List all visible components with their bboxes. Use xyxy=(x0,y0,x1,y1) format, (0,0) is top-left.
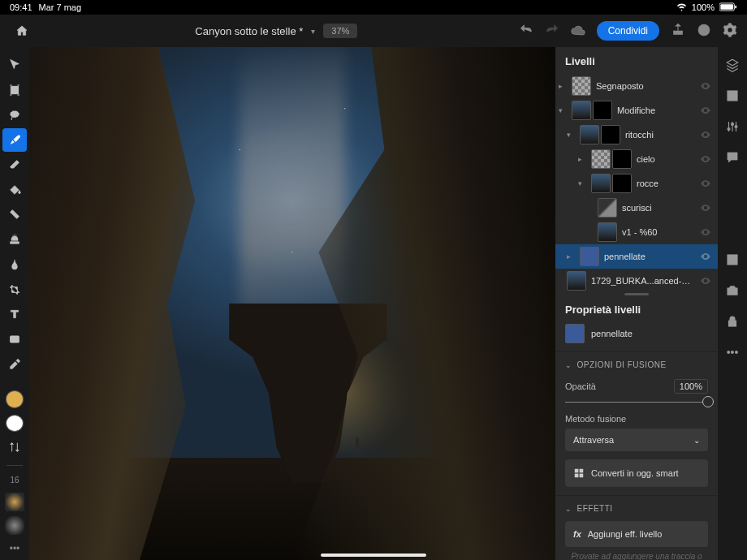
chevron-down-icon[interactable]: ▾ xyxy=(578,179,586,187)
crop-tool[interactable] xyxy=(2,278,27,301)
visibility-icon[interactable] xyxy=(700,251,711,262)
layer-thumb[interactable] xyxy=(591,174,611,193)
opacity-slider[interactable] xyxy=(565,402,708,403)
document-title[interactable]: Canyon sotto le stelle * xyxy=(195,25,303,37)
properties-title: Proprietà livelli xyxy=(565,304,708,316)
add-effect-button[interactable]: fx Aggiungi eff. livello xyxy=(565,521,708,547)
layer-name: v1 - %60 xyxy=(622,227,695,237)
layers-panel-title: Livelli xyxy=(555,47,718,74)
clone-tool[interactable] xyxy=(2,228,27,252)
layer-mask-thumb[interactable] xyxy=(612,149,632,169)
svg-rect-10 xyxy=(580,474,584,478)
brush-tool[interactable] xyxy=(2,128,27,152)
mask-icon[interactable] xyxy=(724,88,741,104)
chevron-right-icon[interactable]: ▸ xyxy=(578,155,586,163)
eraser-tool[interactable] xyxy=(2,153,27,177)
smudge-tool[interactable] xyxy=(2,253,27,277)
more-tools-icon[interactable]: ••• xyxy=(2,536,27,560)
layer-row[interactable]: ▾ Modifiche xyxy=(555,98,718,123)
layer-row[interactable]: ▸ Segnaposto xyxy=(555,74,718,98)
blend-mode-dropdown[interactable]: Attraversa ⌄ xyxy=(565,429,708,451)
layer-mask-thumb[interactable] xyxy=(601,125,620,144)
layer-row[interactable]: ▸ pennellate xyxy=(555,244,718,269)
redo-button[interactable] xyxy=(545,23,559,40)
layer-name: scurisci xyxy=(622,203,695,213)
layer-name: Modifiche xyxy=(617,106,695,115)
brush-preview-1[interactable] xyxy=(5,493,24,511)
layer-thumb[interactable] xyxy=(580,247,599,266)
cloud-icon[interactable] xyxy=(571,23,585,40)
chevron-down-icon[interactable]: ▾ xyxy=(559,106,567,114)
canvas[interactable] xyxy=(29,47,555,560)
foreground-color[interactable] xyxy=(6,390,24,407)
layer-row[interactable]: ▸ cielo xyxy=(555,147,718,171)
properties-layer-thumb[interactable] xyxy=(565,324,585,343)
more-icon[interactable]: ••• xyxy=(724,344,741,360)
comments-icon[interactable] xyxy=(724,149,741,166)
layer-thumb[interactable] xyxy=(598,222,617,242)
help-icon[interactable] xyxy=(697,23,711,40)
settings-icon[interactable] xyxy=(723,23,737,40)
layer-row[interactable]: ▾ ritocchi xyxy=(555,123,718,147)
layer-row[interactable]: v1 - %60 xyxy=(555,220,718,244)
undo-button[interactable] xyxy=(519,23,533,40)
layer-mask-thumb[interactable] xyxy=(593,101,612,120)
heal-tool[interactable] xyxy=(2,203,27,226)
title-chevron-icon[interactable]: ▾ xyxy=(311,27,315,36)
home-button[interactable] xyxy=(10,19,34,43)
layer-thumb[interactable] xyxy=(572,76,591,96)
blending-section-label: OPZIONI DI FUSIONE xyxy=(577,360,667,369)
convert-smart-button[interactable]: Converti in ogg. smart xyxy=(565,459,708,487)
lasso-tool[interactable] xyxy=(2,103,27,127)
text-tool[interactable] xyxy=(2,303,27,326)
visibility-icon[interactable] xyxy=(700,178,711,189)
visibility-icon[interactable] xyxy=(700,153,711,165)
chevron-down-icon: ⌄ xyxy=(565,505,572,513)
layer-name: ritocchi xyxy=(625,130,695,140)
blend-mode-value: Attraversa xyxy=(573,435,614,445)
layer-thumb[interactable] xyxy=(591,149,611,169)
layer-row[interactable]: 1729_BURKA...anced-NR33 xyxy=(555,269,718,293)
slider-thumb[interactable] xyxy=(702,396,714,407)
visibility-icon[interactable] xyxy=(700,226,711,238)
blending-section-header[interactable]: ⌄ OPZIONI DI FUSIONE xyxy=(565,360,708,369)
layer-thumb[interactable] xyxy=(580,125,599,144)
transform-tool[interactable] xyxy=(2,79,27,102)
chevron-down-icon[interactable]: ▾ xyxy=(567,131,575,139)
lock-icon[interactable] xyxy=(724,313,741,330)
effects-hint: Provate ad aggiungere una traccia o xyxy=(565,552,708,560)
home-indicator[interactable] xyxy=(321,554,426,557)
background-color[interactable] xyxy=(6,415,24,432)
visibility-icon[interactable] xyxy=(700,275,711,286)
properties-layer-name[interactable]: pennellate xyxy=(591,329,633,338)
export-icon[interactable] xyxy=(671,23,685,40)
brush-size-label[interactable]: 16 xyxy=(0,476,29,485)
chevron-right-icon[interactable]: ▸ xyxy=(567,252,575,261)
place-tool[interactable] xyxy=(2,328,27,351)
layer-thumb[interactable] xyxy=(572,101,591,120)
layer-row[interactable]: ▾ rocce xyxy=(555,171,718,196)
visibility-icon[interactable] xyxy=(700,80,711,92)
layer-row[interactable]: scurisci xyxy=(555,196,718,220)
layers-icon[interactable] xyxy=(724,57,741,73)
status-bar: 09:41 Mar 7 mag 100% xyxy=(0,0,747,15)
chevron-right-icon[interactable]: ▸ xyxy=(559,82,567,90)
fill-tool[interactable] xyxy=(2,178,27,201)
camera-icon[interactable] xyxy=(724,282,741,299)
layer-thumb[interactable] xyxy=(598,198,617,218)
layer-thumb[interactable] xyxy=(567,271,586,291)
add-layer-icon[interactable] xyxy=(724,252,741,268)
move-tool[interactable] xyxy=(2,54,27,77)
visibility-icon[interactable] xyxy=(700,129,711,140)
opacity-value[interactable]: 100% xyxy=(674,379,708,394)
share-button[interactable]: Condividi xyxy=(597,21,659,41)
visibility-icon[interactable] xyxy=(700,202,711,213)
zoom-indicator[interactable]: 37% xyxy=(323,24,357,38)
visibility-icon[interactable] xyxy=(700,105,711,116)
brush-preview-2[interactable] xyxy=(5,516,24,535)
swap-colors-icon[interactable] xyxy=(2,436,27,459)
adjustments-icon[interactable] xyxy=(724,118,741,135)
effects-section-header[interactable]: ⌄ EFFETTI xyxy=(565,504,708,513)
eyedropper-tool[interactable] xyxy=(2,352,27,376)
layer-mask-thumb[interactable] xyxy=(612,174,632,193)
